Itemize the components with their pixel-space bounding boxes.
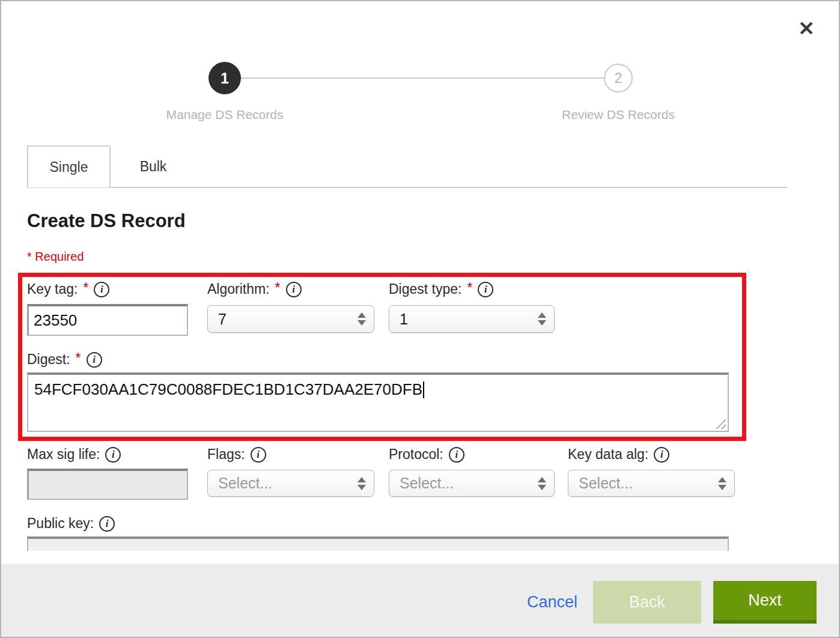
- info-icon[interactable]: i: [478, 282, 493, 297]
- required-asterisk: *: [275, 280, 281, 296]
- step-2-indicator: 2: [604, 64, 633, 93]
- info-icon-glyph: i: [100, 284, 103, 296]
- info-icon[interactable]: i: [251, 447, 266, 463]
- info-icon[interactable]: i: [99, 516, 115, 532]
- public-key-textarea[interactable]: [27, 536, 729, 551]
- stepper-connector: [240, 77, 605, 79]
- select-arrows-icon: [358, 312, 366, 326]
- key-data-alg-label-row: Key data alg: i: [568, 446, 669, 463]
- info-icon-glyph: i: [257, 449, 260, 461]
- step-1-indicator: 1: [208, 62, 241, 94]
- info-icon-glyph: i: [484, 284, 487, 296]
- key-data-alg-select-value: Select...: [579, 475, 633, 492]
- info-icon[interactable]: i: [87, 352, 102, 368]
- text-caret: [423, 381, 424, 398]
- page-title: Create DS Record: [27, 210, 186, 232]
- flags-label-row: Flags: i: [207, 446, 266, 463]
- info-icon[interactable]: i: [105, 447, 121, 463]
- key-data-alg-label: Key data alg:: [568, 446, 648, 463]
- required-asterisk: *: [467, 280, 472, 296]
- key-tag-label: Key tag:: [27, 281, 78, 297]
- back-button[interactable]: Back: [593, 581, 701, 624]
- required-note: * Required: [27, 250, 84, 264]
- public-key-label: Public key:: [27, 515, 94, 532]
- select-arrows-icon: [538, 477, 546, 490]
- select-arrows-icon: [718, 477, 726, 490]
- protocol-select-value: Select...: [400, 475, 454, 492]
- step-1-label: Manage DS Records: [105, 108, 345, 122]
- step-2-label: Review DS Records: [498, 108, 738, 122]
- create-ds-record-dialog: ✕ 1 2 Manage DS Records Review DS Record…: [0, 0, 840, 638]
- next-button[interactable]: Next: [713, 581, 817, 624]
- digest-value: 54FCF030AA1C79C0088FDEC1BD1C37DAA2E70DFB: [34, 380, 422, 398]
- flags-select[interactable]: Select...: [207, 470, 374, 497]
- info-icon[interactable]: i: [654, 447, 669, 463]
- info-icon-glyph: i: [660, 449, 663, 461]
- max-sig-life-input[interactable]: [27, 469, 188, 500]
- algorithm-select[interactable]: 7: [207, 305, 374, 333]
- digest-type-select[interactable]: 1: [389, 305, 555, 333]
- digest-type-select-value: 1: [400, 311, 408, 328]
- digest-label-row: Digest: * i: [27, 351, 102, 368]
- protocol-select[interactable]: Select...: [389, 470, 555, 497]
- key-data-alg-select[interactable]: Select...: [568, 470, 735, 497]
- flags-select-value: Select...: [218, 475, 272, 492]
- info-icon[interactable]: i: [449, 447, 464, 463]
- public-key-label-row: Public key: i: [27, 515, 115, 532]
- info-icon-glyph: i: [292, 284, 295, 296]
- digest-label: Digest:: [27, 351, 70, 368]
- info-icon[interactable]: i: [286, 282, 302, 297]
- select-arrows-icon: [358, 477, 366, 490]
- max-sig-life-label-row: Max sig life: i: [27, 446, 121, 463]
- algorithm-select-value: 7: [218, 311, 227, 328]
- digest-type-label-row: Digest type: * i: [389, 281, 493, 297]
- key-tag-input[interactable]: [27, 304, 188, 336]
- algorithm-label: Algorithm:: [207, 281, 270, 297]
- tab-bulk[interactable]: Bulk: [111, 145, 196, 187]
- info-icon-glyph: i: [455, 449, 458, 461]
- info-icon-glyph: i: [112, 449, 115, 461]
- digest-type-label: Digest type:: [389, 281, 461, 297]
- cancel-button[interactable]: Cancel: [516, 581, 588, 624]
- flags-label: Flags:: [207, 446, 245, 463]
- footer: Cancel Back Next: [1, 564, 839, 637]
- digest-textarea[interactable]: 54FCF030AA1C79C0088FDEC1BD1C37DAA2E70DFB: [27, 372, 729, 432]
- info-icon[interactable]: i: [94, 282, 109, 297]
- close-icon[interactable]: ✕: [793, 16, 820, 42]
- key-tag-label-row: Key tag: * i: [27, 281, 109, 297]
- resize-handle-icon[interactable]: [716, 419, 726, 429]
- max-sig-life-label: Max sig life:: [27, 446, 100, 463]
- required-asterisk: *: [76, 350, 81, 366]
- info-icon-glyph: i: [93, 354, 96, 366]
- required-asterisk: *: [83, 280, 88, 296]
- select-arrows-icon: [538, 312, 546, 326]
- algorithm-label-row: Algorithm: * i: [207, 281, 302, 297]
- protocol-label: Protocol:: [389, 446, 443, 463]
- info-icon-glyph: i: [106, 518, 109, 530]
- protocol-label-row: Protocol: i: [389, 446, 464, 463]
- tab-single[interactable]: Single: [27, 145, 111, 187]
